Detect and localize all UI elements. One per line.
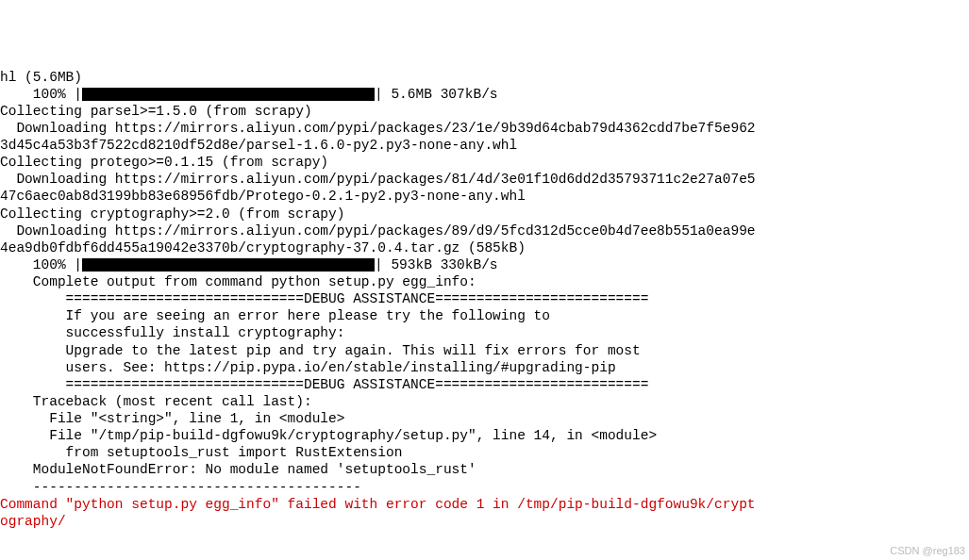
- terminal-line: If you are seeing an error here please t…: [0, 307, 969, 324]
- terminal-line: Collecting parsel>=1.5.0 (from scrapy): [0, 103, 969, 120]
- traceback-line: File "<string>", line 1, in <module>: [0, 410, 969, 427]
- separator-line: ----------------------------------------: [0, 479, 969, 496]
- terminal-line: Collecting cryptography>=2.0 (from scrap…: [0, 206, 969, 222]
- progress-line: 100% || 5.6MB 307kB/s: [0, 86, 969, 103]
- progress-bar-icon: [82, 258, 375, 272]
- progress-stats: | 593kB 330kB/s: [375, 257, 498, 272]
- error-module-not-found: ModuleNotFoundError: No module named 'se…: [0, 461, 969, 478]
- traceback-header: Traceback (most recent call last):: [0, 393, 969, 410]
- terminal-line: Downloading https://mirrors.aliyun.com/p…: [0, 171, 969, 188]
- terminal-line: 3d45c4a53b3f7522cd8210df52d8e/parsel-1.6…: [0, 137, 969, 154]
- terminal-line: users. See: https://pip.pypa.io/en/stabl…: [0, 359, 969, 376]
- debug-assistance-footer: =============================DEBUG ASSIS…: [0, 376, 969, 393]
- watermark: CSDN @reg183: [890, 545, 965, 558]
- terminal-line: Downloading https://mirrors.aliyun.com/p…: [0, 222, 969, 239]
- traceback-line: File "/tmp/pip-build-dgfowu9k/cryptograp…: [0, 427, 969, 444]
- progress-percent: 100% |: [0, 257, 82, 272]
- command-failed-error: Command "python setup.py egg_info" faile…: [0, 496, 969, 513]
- command-failed-error: ography/: [0, 513, 969, 530]
- debug-assistance-header: =============================DEBUG ASSIS…: [0, 290, 969, 307]
- terminal-line: 47c6aec0ab8d3199bb83e68956fdb/Protego-0.…: [0, 188, 969, 205]
- progress-bar-icon: [82, 88, 375, 101]
- terminal-line: 4ea9db0fdbf6dd455a19042e3370b/cryptograp…: [0, 239, 969, 256]
- progress-stats: | 5.6MB 307kB/s: [375, 87, 498, 102]
- terminal-line: Complete output from command python setu…: [0, 273, 969, 290]
- terminal-line: Upgrade to the latest pip and try again.…: [0, 342, 969, 359]
- terminal-line: successfully install cryptography:: [0, 324, 969, 341]
- progress-percent: 100% |: [0, 87, 82, 102]
- traceback-line: from setuptools_rust import RustExtensio…: [0, 444, 969, 461]
- terminal-line: Downloading https://mirrors.aliyun.com/p…: [0, 120, 969, 137]
- terminal-line: Collecting protego>=0.1.15 (from scrapy): [0, 154, 969, 171]
- progress-line: 100% || 593kB 330kB/s: [0, 256, 969, 273]
- terminal-line: hl (5.6MB): [0, 69, 969, 86]
